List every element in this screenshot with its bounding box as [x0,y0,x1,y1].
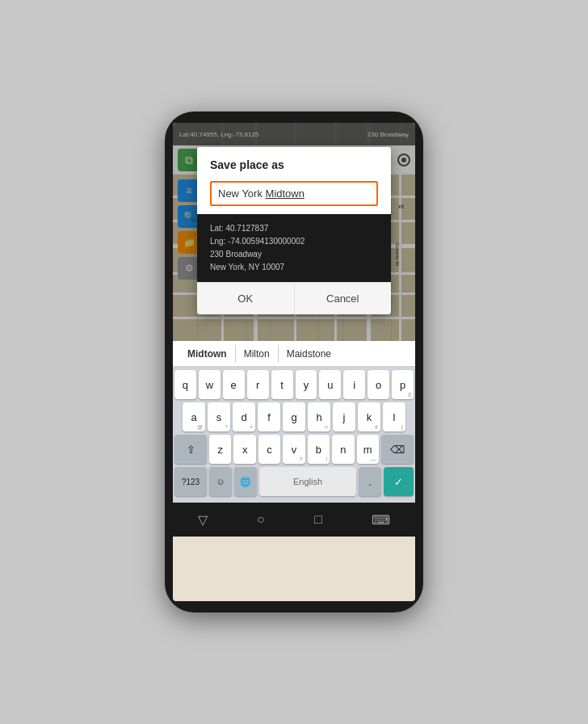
phone-device: Lat:40.74955, Lng:-73.8125 230 Broadway … [165,112,423,612]
globe-key[interactable]: 🌐 [234,467,257,496]
key-q[interactable]: q [174,370,196,399]
delete-key[interactable]: ⌫ [381,435,414,464]
place-info: Lat: 40.7127837 Lng: -74.00594130000002 … [197,214,391,282]
key-y[interactable]: y [296,370,317,399]
suggestion-2[interactable]: Milton [236,345,279,363]
info-lat: Lat: 40.7127837 [210,222,378,235]
phone-screen: Lat:40.74955, Lng:-73.8125 230 Broadway … [173,123,415,601]
key-h[interactable]: h= [308,402,330,431]
key-f[interactable]: f [258,402,280,431]
dialog-overlay: Save place as New York Midtown Lat: 40.7… [173,123,415,341]
key-g[interactable]: g [283,402,305,431]
spacebar-key[interactable]: English [259,467,356,496]
dialog-input-wrap: New York Midtown [197,178,391,214]
key-x[interactable]: x [233,435,255,464]
key-w[interactable]: w [199,370,220,399]
key-row-3: ⇧ z x c v? b! n m— ⌫ [174,435,414,464]
symbols-key[interactable]: ?123 [174,467,207,496]
key-a[interactable]: a@ [183,402,205,431]
key-o[interactable]: o [368,370,389,399]
key-b[interactable]: b! [308,435,330,464]
ok-button[interactable]: OK [197,283,295,314]
key-i[interactable]: i [343,370,365,399]
info-lng: Lng: -74.00594130000002 [210,235,378,248]
key-m[interactable]: m— [357,435,379,464]
shift-key[interactable]: ⇧ [174,435,207,464]
input-text-part2: Midtown [266,187,304,200]
key-row-2: a@ s* d+ f g h= j k# l( [174,402,414,431]
keyboard-nav-icon[interactable]: ⌨ [372,512,390,528]
key-u[interactable]: u [319,370,341,399]
back-nav-icon[interactable]: ▽ [198,512,208,528]
map-background: Lat:40.74955, Lng:-73.8125 230 Broadway … [173,123,415,341]
key-s[interactable]: s* [208,402,230,431]
key-e[interactable]: e [223,370,245,399]
info-city: New York, NY 10007 [210,261,378,274]
save-place-dialog: Save place as New York Midtown Lat: 40.7… [197,147,391,314]
emoji-key[interactable]: ☺ [209,467,232,496]
suggestions-row: Midtown Milton Maidstone [173,341,415,367]
key-c[interactable]: c [258,435,280,464]
key-l[interactable]: l( [383,402,405,431]
keyboard-area: Midtown Milton Maidstone q w e r t y u i… [173,341,415,503]
period-key[interactable]: . [359,467,381,496]
recent-nav-icon[interactable]: □ [314,512,322,527]
key-n[interactable]: n [332,435,354,464]
key-j[interactable]: j [333,402,355,431]
keyboard: q w e r t y u i o p0 a@ s* d+ f [173,367,415,503]
place-name-input[interactable]: New York Midtown [210,181,378,206]
home-nav-icon[interactable]: ○ [257,512,265,527]
key-v[interactable]: v? [283,435,304,464]
dialog-action-buttons: OK Cancel [197,282,391,314]
dialog-title: Save place as [197,147,391,178]
suggestion-3[interactable]: Maidstone [279,345,339,363]
key-p[interactable]: p0 [392,370,414,399]
info-street: 230 Broadway [210,248,378,261]
nav-bar: ▽ ○ □ ⌨ [173,503,415,537]
key-d[interactable]: d+ [233,402,255,431]
input-text-part1: New York [218,187,266,200]
enter-key[interactable]: ✓ [384,467,414,496]
key-k[interactable]: k# [358,402,380,431]
suggestion-1[interactable]: Midtown [179,345,236,363]
key-row-1: q w e r t y u i o p0 [174,370,414,399]
key-r[interactable]: r [247,370,269,399]
key-z[interactable]: z [209,435,231,464]
cancel-button[interactable]: Cancel [295,283,392,314]
key-row-4: ?123 ☺ 🌐 English . ✓ [174,467,414,496]
key-t[interactable]: t [271,370,293,399]
